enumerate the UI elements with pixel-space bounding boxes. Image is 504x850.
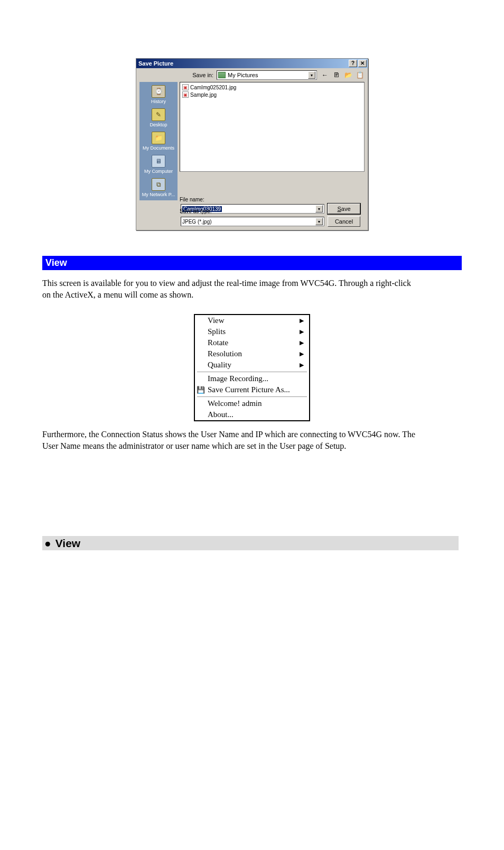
- image-file-icon: ▣: [182, 91, 189, 98]
- place-history[interactable]: ⌚ History: [141, 84, 176, 105]
- help-icon: ?: [351, 61, 354, 66]
- folder-icon: 📁: [152, 132, 165, 144]
- place-label: History: [151, 99, 166, 104]
- menu-label: Save Current Picture As...: [208, 385, 290, 394]
- dialog-titlebar: Save Picture ? ✕: [136, 59, 368, 68]
- place-label: My Computer: [144, 169, 173, 174]
- save-as-type-label: Save as type:: [180, 208, 212, 214]
- place-label: My Documents: [143, 145, 174, 151]
- submenu-arrow-icon: ▶: [300, 362, 304, 368]
- save-in-label: Save in:: [181, 72, 213, 78]
- save-in-combo[interactable]: My Pictures ▼: [217, 70, 317, 80]
- save-icon: 💾: [197, 386, 205, 394]
- file-name-label: File name:: [180, 197, 204, 202]
- file-item[interactable]: ▣ CamImg025201.jpg: [181, 84, 363, 91]
- place-label: Desktop: [150, 122, 167, 127]
- chevron-down-icon: ▼: [315, 218, 323, 225]
- context-menu: View ▶ Splits ▶ Rotate ▶ Resolution ▶ Qu…: [194, 314, 310, 421]
- submenu-arrow-icon: ▶: [300, 339, 304, 346]
- menu-label: Image Recording...: [208, 374, 268, 383]
- history-icon: ⌚: [152, 85, 165, 98]
- close-icon: ✕: [360, 61, 365, 66]
- chevron-down-icon: ▼: [308, 71, 315, 79]
- file-item[interactable]: ▣ Sample.jpg: [181, 91, 363, 98]
- new-folder-icon[interactable]: 📂: [343, 70, 353, 80]
- body-text: Furthermore, the Connection Status shows…: [42, 429, 417, 451]
- menu-item-view[interactable]: View ▶: [195, 315, 309, 326]
- up-one-level-icon[interactable]: 🖹: [332, 70, 341, 80]
- menu-separator: [197, 372, 307, 372]
- computer-icon: 🖥: [152, 155, 165, 168]
- menu-label: Quality: [208, 361, 231, 369]
- network-icon: ⧉: [152, 178, 165, 191]
- menu-item-welcome[interactable]: Welcome! admin: [195, 398, 309, 409]
- desktop-icon: ✎: [152, 108, 165, 121]
- save-in-value: My Pictures: [228, 72, 258, 78]
- file-list[interactable]: ▣ CamImg025201.jpg ▣ Sample.jpg: [180, 82, 365, 172]
- menu-label: Splits: [208, 327, 226, 336]
- place-desktop[interactable]: ✎ Desktop: [141, 107, 176, 128]
- menu-item-image-recording[interactable]: Image Recording...: [195, 373, 309, 384]
- places-bar: ⌚ History ✎ Desktop 📁 My Documents 🖥 My …: [139, 82, 178, 200]
- place-my-network[interactable]: ⧉ My Network P...: [141, 177, 176, 198]
- menu-label: Welcome! admin: [208, 399, 262, 408]
- place-label: My Network P...: [142, 192, 175, 197]
- menu-label: About...: [208, 410, 234, 419]
- file-name: CamImg025201.jpg: [190, 85, 236, 90]
- body-text: This screen is available for you to view…: [42, 278, 417, 300]
- save-as-type-combo[interactable]: JPEG (*.jpg) ▼: [181, 217, 324, 226]
- menu-item-save-current-picture[interactable]: 💾 Save Current Picture As...: [195, 384, 309, 395]
- subsection-title: View: [55, 537, 80, 550]
- submenu-arrow-icon: ▶: [300, 317, 304, 324]
- menu-label: Rotate: [208, 338, 228, 347]
- file-name: Sample.jpg: [190, 92, 217, 98]
- paragraph: Furthermore, the Connection Status shows…: [42, 429, 417, 451]
- submenu-arrow-icon: ▶: [300, 328, 304, 335]
- place-my-documents[interactable]: 📁 My Documents: [141, 131, 176, 152]
- menu-label: Resolution: [208, 349, 242, 358]
- save-picture-dialog: Save Picture ? ✕ Save in: My Pictures ▼ …: [136, 58, 368, 230]
- menu-item-about[interactable]: About...: [195, 409, 309, 420]
- menu-item-splits[interactable]: Splits ▶: [195, 326, 309, 337]
- menu-item-quality[interactable]: Quality ▶: [195, 359, 309, 371]
- cancel-button[interactable]: Cancel: [328, 216, 360, 227]
- close-button[interactable]: ✕: [358, 60, 367, 67]
- save-as-type-value: JPEG (*.jpg): [182, 219, 212, 225]
- section-heading-view: View: [42, 256, 462, 270]
- folder-icon: [218, 72, 226, 78]
- help-button[interactable]: ?: [349, 60, 357, 67]
- image-file-icon: ▣: [182, 84, 189, 90]
- menu-separator: [197, 396, 307, 397]
- chevron-down-icon: ▼: [315, 205, 323, 212]
- menu-item-resolution[interactable]: Resolution ▶: [195, 348, 309, 359]
- submenu-arrow-icon: ▶: [300, 350, 304, 357]
- place-my-computer[interactable]: 🖥 My Computer: [141, 154, 176, 175]
- menu-label: View: [208, 316, 225, 325]
- back-icon[interactable]: ←: [320, 70, 330, 80]
- save-button[interactable]: Save: [328, 204, 360, 214]
- paragraph: This screen is available for you to view…: [42, 278, 417, 300]
- views-icon[interactable]: 📋: [355, 70, 365, 80]
- bullet-icon: ●: [44, 537, 51, 550]
- dialog-title: Save Picture: [138, 60, 348, 67]
- subsection-heading-view: ● View: [42, 536, 459, 550]
- menu-item-rotate[interactable]: Rotate ▶: [195, 337, 309, 348]
